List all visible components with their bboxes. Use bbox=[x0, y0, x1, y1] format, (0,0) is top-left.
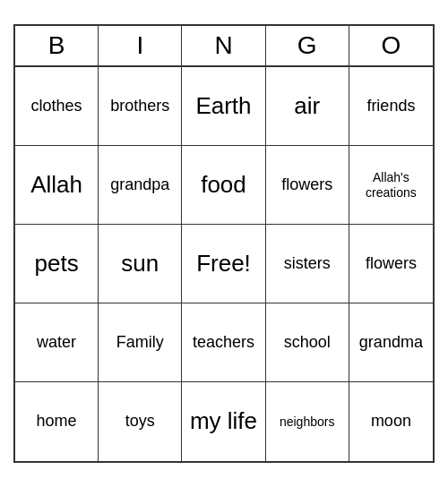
bingo-cell: school bbox=[266, 303, 349, 382]
bingo-cell-text: Free! bbox=[196, 250, 251, 278]
bingo-header-cell: G bbox=[266, 26, 349, 65]
bingo-cell: neighbors bbox=[266, 382, 349, 461]
bingo-cell-text: sisters bbox=[284, 254, 331, 274]
bingo-header-cell: B bbox=[15, 26, 99, 65]
bingo-cell: home bbox=[15, 382, 99, 461]
bingo-cell: flowers bbox=[266, 146, 349, 225]
bingo-cell-text: Family bbox=[116, 333, 164, 353]
bingo-cell: Earth bbox=[182, 67, 265, 146]
bingo-cell: sun bbox=[99, 225, 182, 303]
bingo-cell-text: teachers bbox=[193, 333, 254, 353]
bingo-cell: pets bbox=[15, 225, 99, 303]
bingo-cell-text: school bbox=[284, 333, 331, 353]
bingo-cell: teachers bbox=[182, 303, 265, 382]
bingo-cell-text: flowers bbox=[366, 254, 417, 274]
bingo-cell-text: friends bbox=[366, 97, 415, 116]
bingo-cell-text: home bbox=[37, 412, 77, 431]
bingo-cell-text: sun bbox=[121, 250, 159, 278]
bingo-cell: Free! bbox=[182, 225, 265, 303]
bingo-cell-text: clothes bbox=[31, 97, 82, 116]
bingo-header-cell: N bbox=[182, 26, 265, 65]
bingo-cell-text: Allah's creations bbox=[353, 170, 429, 201]
bingo-cell-text: pets bbox=[35, 250, 79, 278]
bingo-cell: flowers bbox=[349, 225, 433, 303]
bingo-cell: food bbox=[182, 146, 265, 225]
bingo-cell-text: flowers bbox=[281, 175, 332, 195]
bingo-cell: sisters bbox=[266, 225, 349, 303]
bingo-cell-text: moon bbox=[371, 412, 411, 431]
bingo-cell: moon bbox=[349, 382, 433, 461]
bingo-cell: Allah bbox=[15, 146, 99, 225]
bingo-cell: brothers bbox=[99, 67, 182, 146]
bingo-cell-text: neighbors bbox=[280, 414, 335, 430]
bingo-cell-text: brothers bbox=[110, 97, 169, 116]
bingo-cell: grandma bbox=[349, 303, 433, 382]
bingo-cell: grandpa bbox=[99, 146, 182, 225]
bingo-header-cell: I bbox=[99, 26, 182, 65]
bingo-cell: air bbox=[266, 67, 349, 146]
bingo-cell: Allah's creations bbox=[349, 146, 433, 225]
bingo-board: BINGO clothesbrothersEarthairfriendsAlla… bbox=[13, 24, 435, 463]
bingo-cell: my life bbox=[182, 382, 265, 461]
bingo-cell-text: water bbox=[37, 333, 76, 353]
bingo-cell-text: toys bbox=[125, 412, 155, 431]
bingo-cell-text: Earth bbox=[195, 92, 251, 120]
bingo-cell-text: grandpa bbox=[110, 175, 169, 195]
bingo-cell-text: food bbox=[201, 171, 246, 199]
bingo-cell: clothes bbox=[15, 67, 99, 146]
bingo-cell-text: grandma bbox=[359, 333, 423, 353]
bingo-cell: toys bbox=[99, 382, 182, 461]
bingo-header: BINGO bbox=[15, 26, 433, 67]
bingo-cell-text: air bbox=[294, 92, 320, 120]
bingo-cell-text: my life bbox=[190, 407, 257, 435]
bingo-cell: friends bbox=[349, 67, 433, 146]
bingo-cell: water bbox=[15, 303, 99, 382]
bingo-grid: clothesbrothersEarthairfriendsAllahgrand… bbox=[15, 67, 433, 461]
bingo-header-cell: O bbox=[349, 26, 433, 65]
bingo-cell: Family bbox=[99, 303, 182, 382]
bingo-cell-text: Allah bbox=[30, 171, 82, 199]
